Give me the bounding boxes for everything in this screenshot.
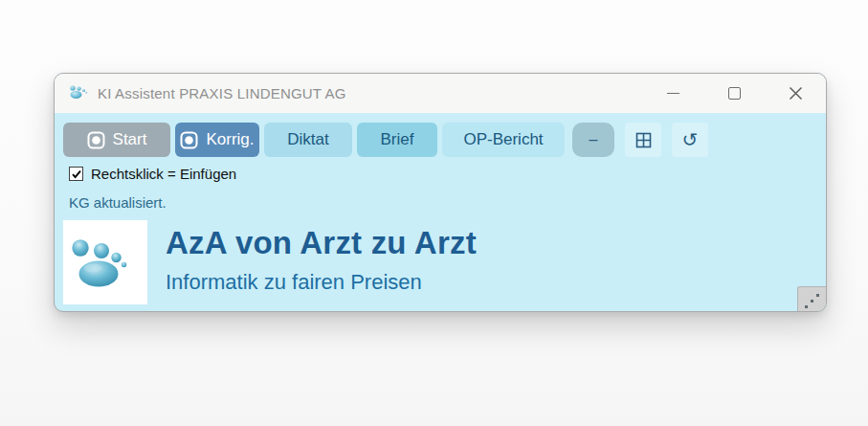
grid-button[interactable] (625, 123, 661, 157)
minimize-icon (667, 93, 679, 94)
rightclick-checkbox-label: Rechtsklick = Einfügen (91, 166, 236, 182)
refresh-button[interactable]: ↺ (672, 123, 708, 157)
window-title: KI Assistent PRAXIS LINDENGUT AG (98, 85, 346, 101)
start-button[interactable]: Start (63, 123, 170, 157)
branding-area: AzA von Arzt zu Arzt Informatik zu faire… (63, 220, 826, 304)
op-bericht-button[interactable]: OP-Bericht (442, 123, 565, 157)
collapse-icon: – (590, 131, 598, 148)
brand-text: AzA von Arzt zu Arzt Informatik zu faire… (166, 220, 477, 295)
brief-button[interactable]: Brief (357, 123, 437, 157)
minimize-button[interactable] (642, 74, 703, 113)
refresh-icon: ↺ (682, 130, 699, 149)
record-icon (87, 131, 105, 149)
maximize-button[interactable] (703, 74, 765, 113)
close-button[interactable] (765, 74, 826, 113)
checkmark-icon (71, 168, 82, 180)
titlebar[interactable]: KI Assistent PRAXIS LINDENGUT AG (55, 74, 826, 113)
status-message: KG aktualisiert. (69, 194, 826, 211)
brief-button-label: Brief (381, 130, 414, 149)
aza-logo (63, 220, 147, 304)
close-icon (789, 86, 803, 101)
op-bericht-button-label: OP-Bericht (463, 130, 543, 149)
korrig-button[interactable]: Korrig. (175, 123, 259, 157)
grip-dot (811, 300, 813, 303)
brand-heading: AzA von Arzt zu Arzt (166, 225, 477, 261)
grip-dot (816, 294, 819, 297)
toolbar: Start Korrig. Diktat Brief OP-Berich (63, 123, 826, 157)
maximize-icon (728, 87, 741, 100)
collapse-button[interactable]: – (572, 123, 614, 157)
korrig-button-label: Korrig. (206, 130, 254, 149)
desktop-background: KI Assistent PRAXIS LINDENGUT AG (0, 0, 868, 426)
resize-grip[interactable] (797, 286, 826, 312)
grip-dot (805, 305, 808, 308)
diktat-button[interactable]: Diktat (264, 123, 352, 157)
grid-icon (635, 132, 652, 148)
record-icon (180, 131, 198, 149)
client-area: Start Korrig. Diktat Brief OP-Berich (55, 113, 826, 312)
rightclick-paste-option[interactable]: Rechtsklick = Einfügen (69, 166, 236, 182)
app-drops-icon (68, 83, 89, 104)
rightclick-checkbox[interactable] (69, 167, 83, 181)
brand-subtitle: Informatik zu fairen Preisen (166, 270, 477, 295)
window-controls (642, 74, 826, 113)
start-button-label: Start (113, 130, 147, 149)
app-window: KI Assistent PRAXIS LINDENGUT AG (54, 73, 827, 312)
diktat-button-label: Diktat (287, 130, 328, 149)
